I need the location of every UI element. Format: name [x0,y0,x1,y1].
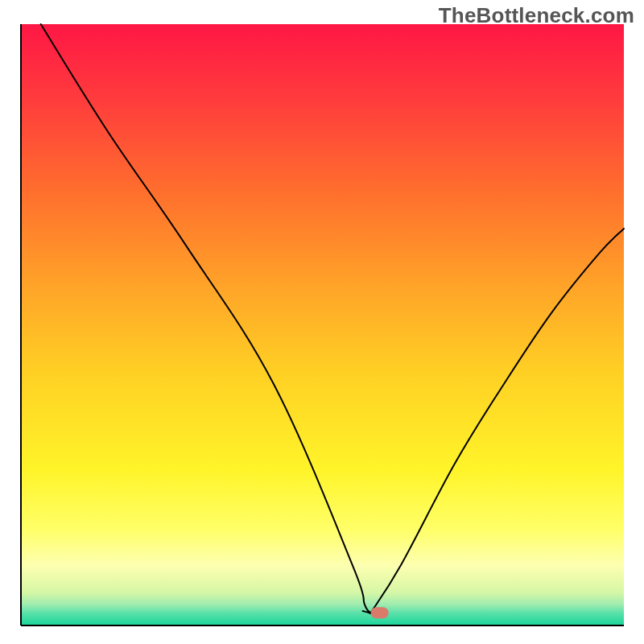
bottleneck-marker [371,607,389,618]
marker-group [371,607,389,618]
plot-background [21,24,624,625]
watermark-label: TheBottleneck.com [439,3,634,28]
chart-container: TheBottleneck.com [0,0,644,644]
chart-svg [0,0,644,644]
